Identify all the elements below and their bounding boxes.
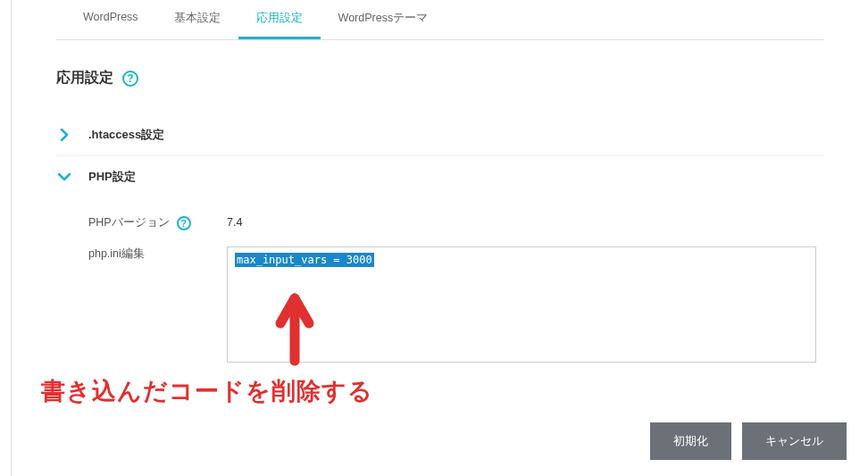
php-version-row: PHPバージョン ? 7.4 <box>88 215 823 230</box>
tab-wordpress[interactable]: WordPress <box>65 0 156 39</box>
php-version-label: PHPバージョン <box>88 215 170 230</box>
page-title-row: 応用設定 ? <box>56 69 823 88</box>
button-row: 初期化 キャンセル <box>650 422 847 460</box>
php-ini-content: max_input_vars = 3000 <box>235 253 374 267</box>
reset-button[interactable]: 初期化 <box>650 422 731 460</box>
php-ini-textarea[interactable]: max_input_vars = 3000 <box>227 246 816 363</box>
tab-advanced-settings[interactable]: 応用設定 <box>238 0 321 39</box>
section-htaccess[interactable]: .htaccess設定 <box>56 114 823 156</box>
php-ini-label: php.ini編集 <box>88 246 227 262</box>
php-settings-body: PHPバージョン ? 7.4 php.ini編集 max_input_vars … <box>56 197 823 363</box>
section-label-php: PHP設定 <box>88 169 136 185</box>
tabs: WordPress 基本設定 応用設定 WordPressテーマ <box>56 0 823 40</box>
chevron-down-icon <box>56 172 72 181</box>
php-ini-row: php.ini編集 max_input_vars = 3000 <box>88 246 823 363</box>
cancel-button[interactable]: キャンセル <box>742 422 847 460</box>
page-title: 応用設定 <box>56 69 113 88</box>
tab-wordpress-theme[interactable]: WordPressテーマ <box>321 0 447 39</box>
section-label-htaccess: .htaccess設定 <box>88 127 164 143</box>
chevron-right-icon <box>56 129 72 141</box>
section-php[interactable]: PHP設定 <box>56 156 823 197</box>
php-version-value: 7.4 <box>227 215 242 229</box>
php-version-label-wrap: PHPバージョン ? <box>88 215 227 230</box>
help-icon[interactable]: ? <box>177 216 191 230</box>
help-icon[interactable]: ? <box>122 71 138 87</box>
tab-basic-settings[interactable]: 基本設定 <box>156 0 238 39</box>
